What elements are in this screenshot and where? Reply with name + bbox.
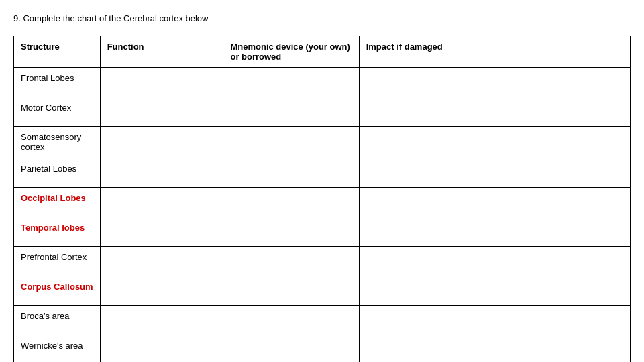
cell-mnemonic-corpus-callosum	[223, 276, 359, 306]
cell-mnemonic-prefrontal-cortex	[223, 247, 359, 276]
cell-function-occipital-lobes	[100, 188, 223, 217]
cell-structure-corpus-callosum: Corpus Callosum	[14, 276, 101, 306]
cell-structure-occipital-lobes: Occipital Lobes	[14, 188, 101, 217]
table-row: Somatosensory cortex	[14, 127, 631, 158]
cell-structure-parietal-lobes: Parietal Lobes	[14, 158, 101, 188]
table-row: Broca's area	[14, 306, 631, 335]
table-row: Parietal Lobes	[14, 158, 631, 188]
cell-function-prefrontal-cortex	[100, 247, 223, 276]
cell-mnemonic-occipital-lobes	[223, 188, 359, 217]
cell-mnemonic-temporal-lobes	[223, 217, 359, 247]
table-row: Corpus Callosum	[14, 276, 631, 306]
header-structure: Structure	[14, 36, 101, 68]
table-row: Frontal Lobes	[14, 68, 631, 97]
cell-structure-motor-cortex: Motor Cortex	[14, 97, 101, 127]
cell-impact-motor-cortex	[359, 97, 630, 127]
table-row: Prefrontal Cortex	[14, 247, 631, 276]
table-row: Occipital Lobes	[14, 188, 631, 217]
cell-function-brocas-area	[100, 306, 223, 335]
header-mnemonic: Mnemonic device (your own) or borrowed	[223, 36, 359, 68]
cell-impact-prefrontal-cortex	[359, 247, 630, 276]
cell-mnemonic-parietal-lobes	[223, 158, 359, 188]
cell-mnemonic-frontal-lobes	[223, 68, 359, 97]
cell-impact-parietal-lobes	[359, 158, 630, 188]
cell-mnemonic-brocas-area	[223, 306, 359, 335]
cell-structure-frontal-lobes: Frontal Lobes	[14, 68, 101, 97]
cell-function-motor-cortex	[100, 97, 223, 127]
cell-structure-brocas-area: Broca's area	[14, 306, 101, 335]
cell-function-frontal-lobes	[100, 68, 223, 97]
cell-function-wernickes-area	[100, 335, 223, 363]
cell-structure-wernickes-area: Wernicke's area	[14, 335, 101, 363]
cell-impact-frontal-lobes	[359, 68, 630, 97]
cell-impact-somatosensory-cortex	[359, 127, 630, 158]
table-row: Motor Cortex	[14, 97, 631, 127]
cell-function-temporal-lobes	[100, 217, 223, 247]
cell-mnemonic-motor-cortex	[223, 97, 359, 127]
cell-impact-temporal-lobes	[359, 217, 630, 247]
header-function: Function	[100, 36, 223, 68]
table-row: Temporal lobes	[14, 217, 631, 247]
header-impact: Impact if damaged	[359, 36, 630, 68]
cell-impact-corpus-callosum	[359, 276, 630, 306]
page-instruction: 9. Complete the chart of the Cerebral co…	[13, 13, 631, 23]
cell-impact-wernickes-area	[359, 335, 630, 363]
cell-structure-temporal-lobes: Temporal lobes	[14, 217, 101, 247]
cell-impact-occipital-lobes	[359, 188, 630, 217]
cell-structure-prefrontal-cortex: Prefrontal Cortex	[14, 247, 101, 276]
cerebral-cortex-table: Structure Function Mnemonic device (your…	[13, 36, 631, 362]
cell-impact-brocas-area	[359, 306, 630, 335]
cell-mnemonic-wernickes-area	[223, 335, 359, 363]
cell-mnemonic-somatosensory-cortex	[223, 127, 359, 158]
table-row: Wernicke's area	[14, 335, 631, 363]
cell-function-corpus-callosum	[100, 276, 223, 306]
cell-function-parietal-lobes	[100, 158, 223, 188]
cell-structure-somatosensory-cortex: Somatosensory cortex	[14, 127, 101, 158]
cell-function-somatosensory-cortex	[100, 127, 223, 158]
